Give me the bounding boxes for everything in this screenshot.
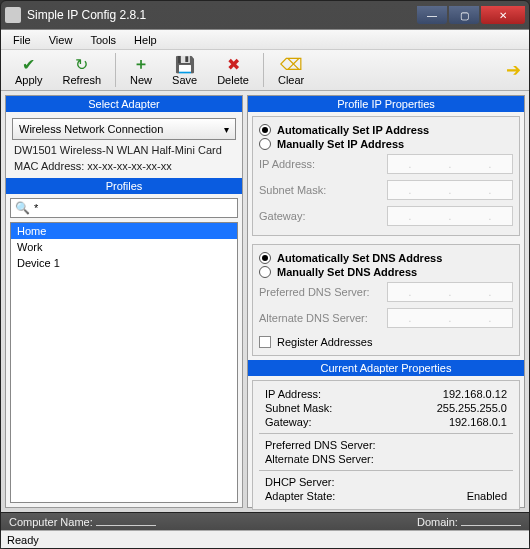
- save-label: Save: [172, 74, 197, 86]
- close-button[interactable]: ✕: [481, 6, 525, 24]
- cur-ip-v: 192.168.0.12: [387, 388, 507, 400]
- adapter-combo[interactable]: Wireless Network Connection ▾: [12, 118, 236, 140]
- cur-ad-k: Alternate DNS Server:: [265, 453, 387, 465]
- ip-manual-radio[interactable]: Manually Set IP Address: [259, 137, 513, 151]
- new-button[interactable]: ＋ New: [122, 52, 160, 88]
- app-window: Simple IP Config 2.8.1 — ▢ ✕ File View T…: [0, 0, 530, 549]
- menu-file[interactable]: File: [5, 32, 39, 48]
- domain-value: [461, 516, 521, 526]
- menubar: File View Tools Help: [1, 29, 529, 49]
- toolbar-separator: [115, 53, 116, 87]
- toolbar: ✔ Apply ↻ Refresh ＋ New 💾 Save ✖ Delete …: [1, 49, 529, 91]
- adapter-description: DW1501 Wireless-N WLAN Half-Mini Card: [6, 142, 242, 158]
- alt-dns-field[interactable]: ...: [387, 308, 513, 328]
- clear-button[interactable]: ⌫ Clear: [270, 52, 312, 88]
- domain-label: Domain:: [417, 516, 458, 528]
- list-item[interactable]: Device 1: [11, 255, 237, 271]
- register-label: Register Addresses: [277, 336, 372, 348]
- cur-pd-v: [387, 439, 507, 451]
- radio-icon: [259, 138, 271, 150]
- maximize-button[interactable]: ▢: [449, 6, 479, 24]
- cur-dhcp-v: [387, 476, 507, 488]
- dns-group: Automatically Set DNS Address Manually S…: [252, 244, 520, 356]
- radio-icon: [259, 266, 271, 278]
- window-title: Simple IP Config 2.8.1: [27, 8, 417, 22]
- mac-address: MAC Address: xx-xx-xx-xx-xx-xx: [6, 158, 242, 174]
- plus-icon: ＋: [131, 54, 151, 74]
- computer-name-value: [96, 516, 156, 526]
- left-panel: Select Adapter Wireless Network Connecti…: [5, 95, 243, 508]
- cur-gw-k: Gateway:: [265, 416, 387, 428]
- apply-label: Apply: [15, 74, 43, 86]
- profile-ip-header: Profile IP Properties: [248, 96, 524, 112]
- profile-search[interactable]: 🔍 *: [10, 198, 238, 218]
- app-icon: [5, 7, 21, 23]
- gateway-label: Gateway:: [259, 210, 379, 222]
- delete-label: Delete: [217, 74, 249, 86]
- right-panel: Profile IP Properties Automatically Set …: [247, 95, 525, 508]
- dns-auto-radio[interactable]: Automatically Set DNS Address: [259, 251, 513, 265]
- computer-name-label: Computer Name:: [9, 516, 93, 528]
- dns-manual-radio[interactable]: Manually Set DNS Address: [259, 265, 513, 279]
- status-bar: Computer Name: Domain:: [1, 512, 529, 530]
- profiles-list[interactable]: Home Work Device 1: [10, 222, 238, 503]
- refresh-icon: ↻: [72, 54, 92, 74]
- apply-button[interactable]: ✔ Apply: [7, 52, 51, 88]
- cur-state-v: Enabled: [387, 490, 507, 502]
- pref-dns-label: Preferred DNS Server:: [259, 286, 379, 298]
- pref-dns-field[interactable]: ...: [387, 282, 513, 302]
- toolbar-separator: [263, 53, 264, 87]
- ip-auto-label: Automatically Set IP Address: [277, 124, 429, 136]
- select-adapter-header: Select Adapter: [6, 96, 242, 112]
- chevron-down-icon: ▾: [224, 124, 229, 135]
- gateway-field[interactable]: ...: [387, 206, 513, 226]
- search-icon: 🔍: [15, 201, 30, 215]
- profiles-header: Profiles: [6, 178, 242, 194]
- ready-bar: Ready: [1, 530, 529, 548]
- check-icon: ✔: [19, 54, 39, 74]
- list-item[interactable]: Work: [11, 239, 237, 255]
- dns-manual-label: Manually Set DNS Address: [277, 266, 417, 278]
- adapter-selected: Wireless Network Connection: [19, 123, 163, 135]
- subnet-field[interactable]: ...: [387, 180, 513, 200]
- cur-sm-k: Subnet Mask:: [265, 402, 387, 414]
- cur-ip-k: IP Address:: [265, 388, 387, 400]
- refresh-button[interactable]: ↻ Refresh: [55, 52, 110, 88]
- delete-button[interactable]: ✖ Delete: [209, 52, 257, 88]
- menu-tools[interactable]: Tools: [82, 32, 124, 48]
- ip-address-field[interactable]: ...: [387, 154, 513, 174]
- dns-auto-label: Automatically Set DNS Address: [277, 252, 442, 264]
- titlebar[interactable]: Simple IP Config 2.8.1 — ▢ ✕: [1, 1, 529, 29]
- new-label: New: [130, 74, 152, 86]
- radio-selected-icon: [259, 252, 271, 264]
- cur-dhcp-k: DHCP Server:: [265, 476, 387, 488]
- main-body: Select Adapter Wireless Network Connecti…: [1, 91, 529, 512]
- list-item[interactable]: Home: [11, 223, 237, 239]
- checkbox-icon: [259, 336, 271, 348]
- ready-label: Ready: [7, 534, 39, 546]
- radio-selected-icon: [259, 124, 271, 136]
- broom-icon: ⌫: [281, 54, 301, 74]
- alt-dns-label: Alternate DNS Server:: [259, 312, 379, 324]
- expand-right-icon[interactable]: ➔: [503, 60, 523, 80]
- menu-view[interactable]: View: [41, 32, 81, 48]
- current-adapter-props: IP Address:192.168.0.12 Subnet Mask:255.…: [252, 380, 520, 510]
- subnet-label: Subnet Mask:: [259, 184, 379, 196]
- search-text: *: [34, 202, 233, 214]
- save-button[interactable]: 💾 Save: [164, 52, 205, 88]
- cur-pd-k: Preferred DNS Server:: [265, 439, 387, 451]
- delete-icon: ✖: [223, 54, 243, 74]
- cur-ad-v: [387, 453, 507, 465]
- menu-help[interactable]: Help: [126, 32, 165, 48]
- ip-auto-radio[interactable]: Automatically Set IP Address: [259, 123, 513, 137]
- ip-manual-label: Manually Set IP Address: [277, 138, 404, 150]
- cur-sm-v: 255.255.255.0: [387, 402, 507, 414]
- minimize-button[interactable]: —: [417, 6, 447, 24]
- cur-gw-v: 192.168.0.1: [387, 416, 507, 428]
- current-adapter-header: Current Adapter Properties: [248, 360, 524, 376]
- save-icon: 💾: [175, 54, 195, 74]
- clear-label: Clear: [278, 74, 304, 86]
- cur-state-k: Adapter State:: [265, 490, 387, 502]
- register-checkbox[interactable]: Register Addresses: [259, 335, 513, 349]
- refresh-label: Refresh: [63, 74, 102, 86]
